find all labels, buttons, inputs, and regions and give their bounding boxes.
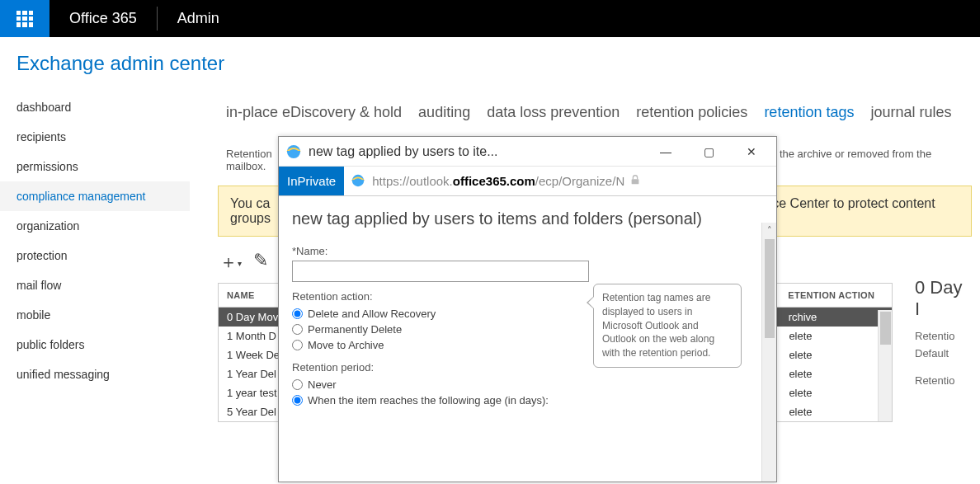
nav-compliance-management[interactable]: compliance management (0, 181, 190, 211)
radio-age-in-days[interactable]: When the item reaches the following age … (292, 392, 763, 408)
description-left: Retention (226, 148, 272, 160)
details-title: 0 Day I (915, 277, 968, 320)
nav-protection[interactable]: protection (0, 241, 190, 270)
cell-action: Delete (773, 383, 892, 402)
brand-label[interactable]: Office 365 (49, 0, 157, 37)
ie-icon (351, 173, 367, 190)
inprivate-badge: InPrivate (279, 167, 344, 195)
retention-period-group: Never When the item reaches the followin… (292, 377, 763, 408)
dialog-titlebar[interactable]: new tag applied by users to ite... — ▢ ✕ (279, 137, 776, 167)
new-tag-dialog: new tag applied by users to ite... — ▢ ✕… (278, 136, 777, 482)
nav-unified-messaging[interactable]: unified messaging (0, 359, 190, 389)
details-default: Default (915, 347, 968, 359)
radio-label: When the item reaches the following age … (308, 394, 549, 406)
name-label: *Name: (292, 245, 763, 257)
tab-ediscovery[interactable]: in-place eDiscovery & hold (226, 104, 402, 121)
dialog-scrollbar[interactable]: ˄ (761, 223, 776, 482)
details-panel: 0 Day I Retentio Default Retentio (903, 265, 980, 398)
nav-public-folders[interactable]: public folders (0, 330, 190, 359)
banner-line1-left: You ca (230, 196, 270, 210)
banner-line1-right: ce Center to protect content (772, 196, 935, 210)
nav-permissions[interactable]: permissions (0, 152, 190, 181)
page-title: Exchange admin center (0, 37, 980, 90)
tab-retention-tags[interactable]: retention tags (764, 104, 854, 121)
url-text: https://outlook.office365.com/ecp/Organi… (372, 174, 624, 188)
cell-action: Archive (773, 308, 892, 327)
minimize-button[interactable]: — (648, 139, 684, 164)
scrollbar-thumb[interactable] (880, 312, 891, 345)
col-header-retention-action[interactable]: RETENTION ACTION (773, 284, 892, 307)
waffle-icon (16, 11, 33, 27)
scrollbar-thumb[interactable] (765, 239, 775, 338)
ie-icon (285, 143, 302, 160)
tab-journal-rules[interactable]: journal rules (870, 104, 951, 121)
nav-organization[interactable]: organization (0, 211, 190, 241)
tab-auditing[interactable]: auditing (418, 104, 470, 121)
scroll-up-arrow[interactable]: ˄ (762, 223, 776, 237)
radio-input[interactable] (292, 340, 303, 350)
section-label[interactable]: Admin (158, 0, 239, 37)
dialog-window-title: new tag applied by users to ite... (309, 144, 641, 159)
radio-label: Never (308, 378, 337, 391)
nav-mobile[interactable]: mobile (0, 300, 190, 330)
cell-action: Delete (773, 327, 892, 345)
name-tooltip: Retention tag names are displayed to use… (593, 284, 742, 368)
nav-dashboard[interactable]: dashboard (0, 92, 190, 122)
radio-input[interactable] (292, 379, 303, 390)
details-retention-label2: Retentio (915, 374, 968, 387)
lock-icon (629, 174, 643, 188)
radio-label: Permanently Delete (308, 323, 402, 336)
radio-input[interactable] (292, 308, 303, 319)
dialog-heading: new tag applied by users to items and fo… (292, 209, 763, 228)
nav-mail-flow[interactable]: mail flow (0, 270, 190, 300)
app-launcher-icon[interactable] (0, 0, 49, 37)
svg-rect-1 (287, 151, 300, 153)
tab-retention-policies[interactable]: retention policies (636, 104, 747, 121)
details-retention-label: Retentio (915, 330, 968, 342)
left-nav: dashboard recipients permissions complia… (0, 92, 190, 389)
address-bar: InPrivate https://outlook.office365.com/… (279, 167, 776, 196)
cell-action: Delete (773, 402, 892, 421)
close-button[interactable]: ✕ (733, 139, 770, 164)
svg-rect-3 (352, 180, 364, 181)
name-input[interactable] (292, 261, 589, 282)
radio-label: Delete and Allow Recovery (308, 308, 436, 320)
tab-dlp[interactable]: data loss prevention (487, 104, 620, 121)
svg-rect-4 (632, 179, 639, 184)
cell-action: Delete (773, 364, 892, 383)
radio-input[interactable] (292, 324, 303, 335)
edit-button[interactable]: ✎ (253, 250, 268, 275)
cell-action: Delete (773, 345, 892, 364)
radio-never[interactable]: Never (292, 377, 763, 392)
maximize-button[interactable]: ▢ (690, 139, 727, 164)
global-topbar: Office 365 Admin (0, 0, 980, 37)
content-tabs: in-place eDiscovery & hold auditing data… (214, 92, 980, 139)
table-scrollbar[interactable] (878, 310, 892, 421)
nav-recipients[interactable]: recipients (0, 122, 190, 152)
url-field[interactable]: https://outlook.office365.com/ecp/Organi… (344, 167, 776, 195)
radio-input[interactable] (292, 395, 303, 406)
add-button[interactable]: ＋▾ (219, 250, 242, 275)
radio-label: Move to Archive (308, 339, 384, 351)
dialog-body: new tag applied by users to items and fo… (279, 196, 776, 408)
